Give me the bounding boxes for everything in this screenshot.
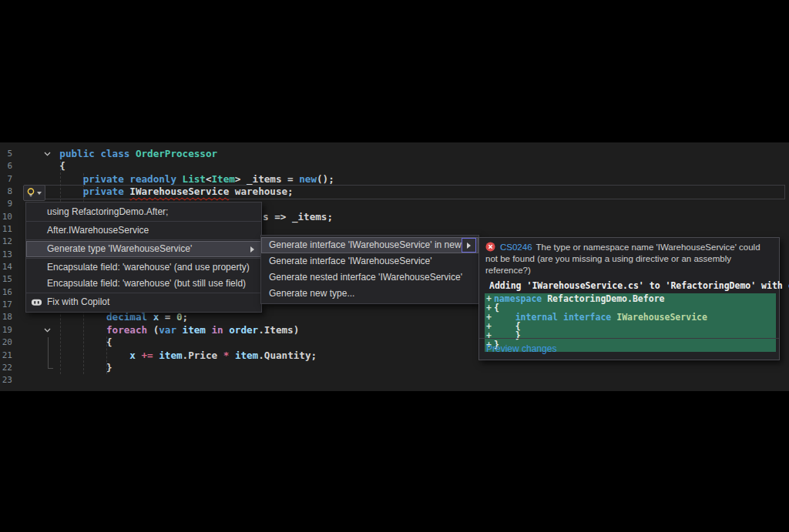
code-text: public class OrderProcessor: [36, 148, 217, 160]
line-number: 18: [0, 311, 12, 323]
code-token: in: [212, 324, 223, 336]
expand-arrow-icon: [467, 243, 471, 249]
submenu-item-0[interactable]: Generate interface 'IWarehouseService' i…: [261, 237, 478, 253]
line-number: 11: [0, 223, 12, 236]
code-token: ;: [183, 311, 189, 323]
diff-token: namespace: [494, 293, 542, 304]
preview-panel: CS0246The type or namespace name 'IWareh…: [478, 237, 780, 360]
code-token: new: [299, 173, 317, 185]
line-number: 7: [0, 173, 12, 186]
code-token: public class: [36, 148, 129, 159]
code-text: {: [36, 336, 112, 349]
screen: 5 public class OrderProcessor6 {7 privat…: [0, 0, 789, 532]
submenu-item-label: Generate new type...: [269, 288, 354, 299]
line-number: 23: [0, 374, 12, 386]
diff-token: RefactoringDemo.Before: [542, 293, 664, 304]
line-number: 19: [0, 324, 12, 336]
menu-item-0[interactable]: using RefactoringDemo.After;: [26, 204, 261, 220]
line-number: 21: [0, 350, 12, 362]
menu-item-5[interactable]: Fix with Copilot: [26, 294, 261, 310]
menu-separator: [26, 239, 261, 240]
copilot-icon: [31, 296, 42, 308]
menu-item-2[interactable]: Generate type 'IWarehouseService': [26, 241, 261, 257]
menu-item-label: Encapsulate field: 'warehouse' (and use …: [47, 262, 250, 273]
code-token: +=: [142, 350, 153, 361]
code-token: ();: [317, 173, 334, 185]
code-line-5[interactable]: 5 public class OrderProcessor: [0, 148, 789, 160]
menu-item-label: Generate type 'IWarehouseService': [47, 243, 192, 254]
submenu-arrow-icon: [250, 246, 254, 253]
submenu-item-label: Generate interface 'IWarehouseService': [269, 256, 432, 266]
code-line-7[interactable]: 7 private readonly List<Item> _items = n…: [0, 173, 789, 186]
code-token: foreach: [36, 324, 147, 336]
code-token: {: [36, 160, 65, 172]
code-token: {: [36, 336, 112, 348]
code-token: [176, 173, 183, 185]
quick-actions-menu: using RefactoringDemo.After;After.IWareh…: [25, 202, 262, 313]
code-token: item: [235, 350, 258, 361]
submenu-item-1[interactable]: Generate interface 'IWarehouseService': [261, 253, 478, 269]
menu-item-4[interactable]: Encapsulate field: 'warehouse' (but stil…: [26, 276, 261, 292]
code-token: x: [36, 350, 136, 361]
code-line-8[interactable]: 8 private IWarehouseService warehouse;: [0, 186, 789, 198]
error-code: CS0246: [500, 243, 532, 252]
quick-actions-lightbulb[interactable]: [23, 185, 45, 201]
preview-flyout-button[interactable]: [462, 238, 476, 253]
menu-item-label: Encapsulate field: 'warehouse' (but stil…: [47, 278, 246, 289]
line-number: 8: [0, 186, 12, 198]
chevron-down-icon: [37, 192, 42, 195]
generate-type-submenu: Generate interface 'IWarehouseService' i…: [260, 235, 479, 304]
code-token: item: [183, 324, 206, 336]
code-text: private readonly List<Item> _items = new…: [36, 173, 334, 186]
line-number: 17: [0, 299, 12, 311]
diff-line: +namespace RefactoringDemo.Before: [486, 295, 774, 304]
code-token: Item: [212, 173, 235, 185]
code-line-22[interactable]: 22 }: [0, 362, 789, 374]
code-token: List: [183, 173, 206, 185]
menu-item-label: using RefactoringDemo.After;: [47, 206, 168, 217]
code-token: =: [159, 311, 176, 323]
code-token: 0: [176, 311, 183, 323]
code-token: private: [36, 186, 124, 197]
code-token: [147, 311, 153, 323]
line-number: 5: [0, 148, 12, 160]
code-token: IWarehouseService: [129, 186, 229, 197]
submenu-item-2[interactable]: Generate nested interface 'IWarehouseSer…: [261, 269, 478, 286]
line-number: 22: [0, 362, 12, 374]
line-number: 15: [0, 273, 12, 286]
diff-line: + {: [486, 323, 774, 332]
preview-changes-link[interactable]: Preview changes: [479, 339, 556, 354]
diff-line: + internal interface IWarehouseService: [486, 313, 774, 323]
line-number: 20: [0, 336, 12, 349]
code-text: }: [36, 362, 112, 374]
menu-item-3[interactable]: Encapsulate field: 'warehouse' (and use …: [26, 259, 261, 276]
code-line-23[interactable]: 23: [0, 374, 789, 386]
code-token: [136, 350, 142, 361]
code-text: private IWarehouseService warehouse;: [36, 186, 294, 198]
error-icon: [485, 242, 495, 252]
code-token: order: [229, 324, 258, 336]
submenu-item-3[interactable]: Generate new type...: [261, 286, 478, 302]
line-number: 10: [0, 211, 12, 223]
menu-item-label: After.IWarehouseService: [47, 225, 149, 236]
code-line-6[interactable]: 6 {: [0, 160, 789, 172]
preview-footer: Preview changes: [479, 338, 779, 360]
code-editor[interactable]: 5 public class OrderProcessor6 {7 privat…: [0, 142, 789, 391]
menu-separator: [26, 258, 261, 259]
code-token: private readonly: [36, 173, 176, 185]
line-number: 12: [0, 236, 12, 248]
line-number: 6: [0, 160, 12, 172]
lightbulb-icon: [27, 188, 35, 198]
error-header: CS0246The type or namespace name 'IWareh…: [479, 238, 779, 276]
code-text: foreach (var item in order.Items): [36, 324, 299, 336]
line-number: 14: [0, 261, 12, 273]
menu-item-label: Fix with Copilot: [47, 296, 109, 307]
line-number: 16: [0, 286, 12, 299]
menu-separator: [26, 293, 261, 293]
menu-separator: [26, 221, 261, 222]
code-token: }: [36, 362, 112, 373]
menu-item-1[interactable]: After.IWarehouseService: [26, 223, 261, 239]
code-token: OrderProcessor: [136, 148, 217, 159]
line-number: 9: [0, 198, 12, 210]
diff-adding-line: Adding 'IWarehouseService.cs' to 'Refact…: [479, 276, 779, 293]
